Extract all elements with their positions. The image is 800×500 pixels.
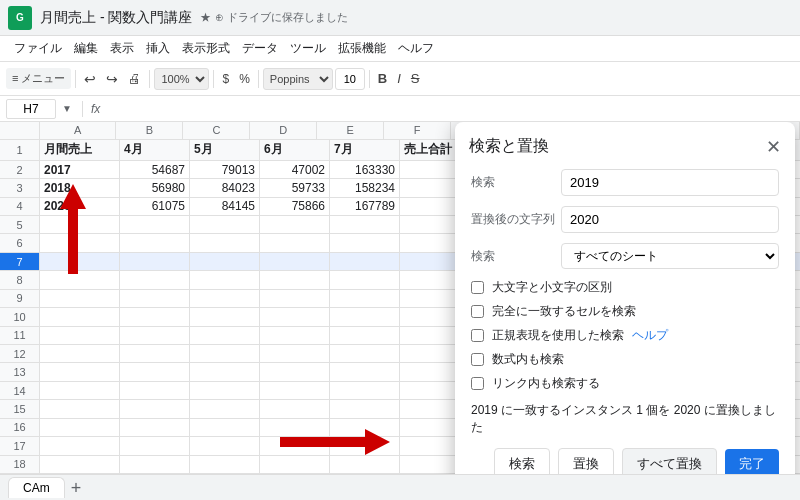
- cell-a6[interactable]: [40, 234, 120, 252]
- col-header-f[interactable]: F: [384, 122, 451, 139]
- checkbox-case-input[interactable]: [471, 281, 484, 294]
- cell-e18[interactable]: [330, 456, 400, 474]
- menu-format[interactable]: 表示形式: [176, 38, 236, 59]
- cell-e4[interactable]: 167789: [330, 198, 400, 216]
- scope-select[interactable]: すべてのシート: [561, 243, 779, 269]
- cell-c11[interactable]: [190, 327, 260, 345]
- add-sheet-button[interactable]: +: [71, 479, 82, 497]
- menu-view[interactable]: 表示: [104, 38, 140, 59]
- cell-c14[interactable]: [190, 382, 260, 400]
- col-header-e[interactable]: E: [317, 122, 384, 139]
- cell-b3[interactable]: 56980: [120, 179, 190, 197]
- cell-b12[interactable]: [120, 345, 190, 363]
- cell-b10[interactable]: [120, 308, 190, 326]
- cell-e12[interactable]: [330, 345, 400, 363]
- menu-insert[interactable]: 挿入: [140, 38, 176, 59]
- cell-a13[interactable]: [40, 363, 120, 381]
- cell-e13[interactable]: [330, 363, 400, 381]
- cell-b15[interactable]: [120, 400, 190, 418]
- checkbox-regex-input[interactable]: [471, 329, 484, 342]
- cell-c13[interactable]: [190, 363, 260, 381]
- cell-c4[interactable]: 84145: [190, 198, 260, 216]
- cell-b4[interactable]: 61075: [120, 198, 190, 216]
- cell-e7[interactable]: [330, 253, 400, 271]
- cell-c10[interactable]: [190, 308, 260, 326]
- cell-a3[interactable]: 2018: [40, 179, 120, 197]
- cell-d5[interactable]: [260, 216, 330, 234]
- cell-b5[interactable]: [120, 216, 190, 234]
- cell-a2[interactable]: 2017: [40, 161, 120, 179]
- cell-b17[interactable]: [120, 437, 190, 455]
- col-header-c[interactable]: C: [183, 122, 250, 139]
- cell-a17[interactable]: [40, 437, 120, 455]
- menu-data[interactable]: データ: [236, 38, 284, 59]
- checkbox-link-input[interactable]: [471, 377, 484, 390]
- find-replace-dialog[interactable]: 検索と置換 ✕ 検索 置換後の文字列 検索 すべてのシート: [455, 122, 795, 474]
- cell-c6[interactable]: [190, 234, 260, 252]
- menu-button[interactable]: ≡ メニュー: [6, 68, 71, 89]
- cell-e1[interactable]: 7月: [330, 140, 400, 161]
- row-number[interactable]: 5: [0, 216, 40, 234]
- dialog-close-button[interactable]: ✕: [766, 138, 781, 156]
- currency-button[interactable]: $: [218, 70, 233, 88]
- cell-c9[interactable]: [190, 290, 260, 308]
- cell-b16[interactable]: [120, 419, 190, 437]
- row-number[interactable]: 7: [0, 253, 40, 271]
- zoom-select[interactable]: 100%: [154, 68, 209, 90]
- cell-e17[interactable]: [330, 437, 400, 455]
- font-select[interactable]: Poppins: [263, 68, 333, 90]
- replace-button[interactable]: 置換: [558, 448, 614, 474]
- cell-b9[interactable]: [120, 290, 190, 308]
- row-number[interactable]: 6: [0, 234, 40, 252]
- menu-tools[interactable]: ツール: [284, 38, 332, 59]
- cell-d3[interactable]: 59733: [260, 179, 330, 197]
- cell-a12[interactable]: [40, 345, 120, 363]
- row-number[interactable]: 8: [0, 271, 40, 289]
- cell-d6[interactable]: [260, 234, 330, 252]
- sheet-tab[interactable]: CAm: [8, 477, 65, 498]
- replace-input[interactable]: [561, 206, 779, 233]
- menu-help[interactable]: ヘルフ: [392, 38, 440, 59]
- cell-c7[interactable]: [190, 253, 260, 271]
- cell-a11[interactable]: [40, 327, 120, 345]
- checkbox-exact-input[interactable]: [471, 305, 484, 318]
- cell-a16[interactable]: [40, 419, 120, 437]
- cell-d4[interactable]: 75866: [260, 198, 330, 216]
- col-header-d[interactable]: D: [250, 122, 317, 139]
- percent-button[interactable]: %: [235, 70, 254, 88]
- row-number[interactable]: 9: [0, 290, 40, 308]
- cell-d1[interactable]: 6月: [260, 140, 330, 161]
- row-number[interactable]: 4: [0, 198, 40, 216]
- cell-a8[interactable]: [40, 271, 120, 289]
- replace-all-button[interactable]: すべて置換: [622, 448, 717, 474]
- cell-b1[interactable]: 4月: [120, 140, 190, 161]
- row-number[interactable]: 3: [0, 179, 40, 197]
- menu-extensions[interactable]: 拡張機能: [332, 38, 392, 59]
- row-number[interactable]: 12: [0, 345, 40, 363]
- cell-e11[interactable]: [330, 327, 400, 345]
- cell-c12[interactable]: [190, 345, 260, 363]
- regex-help-link[interactable]: ヘルプ: [632, 327, 668, 344]
- cell-d14[interactable]: [260, 382, 330, 400]
- search-input[interactable]: [561, 169, 779, 196]
- col-header-b[interactable]: B: [116, 122, 183, 139]
- cell-d15[interactable]: [260, 400, 330, 418]
- cell-e2[interactable]: 163330: [330, 161, 400, 179]
- cell-a15[interactable]: [40, 400, 120, 418]
- cell-reference[interactable]: [6, 99, 56, 119]
- row-number[interactable]: 11: [0, 327, 40, 345]
- italic-button[interactable]: I: [393, 69, 405, 88]
- strikethrough-button[interactable]: S: [407, 69, 424, 88]
- font-size-input[interactable]: [335, 68, 365, 90]
- cell-e14[interactable]: [330, 382, 400, 400]
- cell-c15[interactable]: [190, 400, 260, 418]
- cell-c17[interactable]: [190, 437, 260, 455]
- cell-c5[interactable]: [190, 216, 260, 234]
- cell-b8[interactable]: [120, 271, 190, 289]
- checkbox-formula-input[interactable]: [471, 353, 484, 366]
- cell-d17[interactable]: [260, 437, 330, 455]
- cell-d18[interactable]: [260, 456, 330, 474]
- redo-button[interactable]: ↪: [102, 69, 122, 89]
- cell-b14[interactable]: [120, 382, 190, 400]
- cell-a9[interactable]: [40, 290, 120, 308]
